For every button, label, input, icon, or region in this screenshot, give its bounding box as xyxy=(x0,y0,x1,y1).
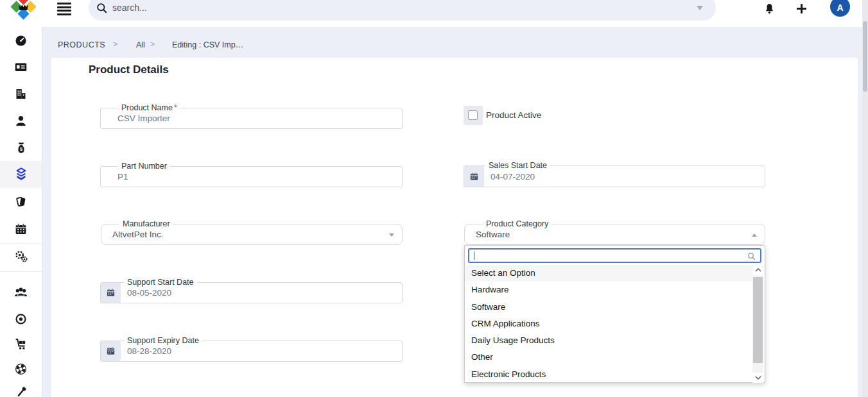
product-name-label: Product Name* xyxy=(118,103,180,113)
scroll-down-button[interactable] xyxy=(752,373,763,383)
product-category-value: Software xyxy=(476,230,510,239)
sidebar-item-targets[interactable] xyxy=(0,305,42,332)
global-search xyxy=(89,0,716,21)
breadcrumb-current: Editing : CSV Imp… xyxy=(172,40,243,49)
sales-start-date-label: Sales Start Date xyxy=(485,160,550,171)
category-option[interactable]: Hardware xyxy=(465,282,752,298)
bell-icon xyxy=(763,2,776,15)
sidebar-item-quotes[interactable]: $ xyxy=(0,134,42,161)
manufacturer-value: AltvetPet Inc. xyxy=(112,230,164,239)
money-bag-icon: $ xyxy=(15,141,28,155)
search-icon xyxy=(96,2,108,14)
wrench-icon xyxy=(14,386,28,397)
menu-toggle-icon[interactable] xyxy=(57,3,71,17)
calendar-icon xyxy=(14,223,28,236)
sidebar-divider xyxy=(0,271,42,272)
calendar-icon[interactable] xyxy=(464,166,484,187)
sidebar-item-groups[interactable] xyxy=(0,278,42,305)
category-option[interactable]: Other xyxy=(465,349,752,366)
sidebar: $ xyxy=(0,27,42,397)
support-expiry-date-field: Support Expiry Date xyxy=(100,341,403,362)
text-cursor xyxy=(474,251,474,260)
gears-icon xyxy=(14,249,28,264)
category-option[interactable]: Daily Usage Products xyxy=(465,332,752,349)
chevron-up-icon xyxy=(752,233,757,237)
product-category-select[interactable]: Product Category Software xyxy=(464,224,765,245)
product-active-checkbox[interactable] xyxy=(468,110,478,120)
part-number-field: Part Number xyxy=(100,166,403,187)
scroll-up-button[interactable] xyxy=(752,265,763,275)
page-scrollbar-thumb[interactable] xyxy=(863,21,867,92)
manufacturer-label: Manufacturer xyxy=(119,219,173,229)
required-asterisk: * xyxy=(174,103,177,112)
calendar-icon[interactable] xyxy=(101,283,121,303)
search-scope-caret-icon[interactable] xyxy=(697,6,703,10)
page-title: Product Details xyxy=(89,63,169,76)
dashboard-icon xyxy=(14,34,28,47)
category-option[interactable]: Select an Option xyxy=(465,265,752,282)
sidebar-item-help[interactable] xyxy=(0,355,42,382)
sales-start-date-field: Sales Start Date xyxy=(464,165,765,187)
quick-add-button[interactable] xyxy=(794,1,808,15)
tickets-icon xyxy=(14,195,28,208)
category-options-list: Select an OptionHardwareSoftwareCRM Appl… xyxy=(465,265,752,383)
page-scrollbar xyxy=(862,0,868,397)
topbar: A xyxy=(0,0,868,27)
dropdown-scrollbar xyxy=(752,265,763,383)
product-category-label: Product Category xyxy=(483,219,551,229)
sidebar-item-activities[interactable] xyxy=(0,215,42,242)
sidebar-item-cart[interactable] xyxy=(0,330,42,357)
breadcrumb-all[interactable]: All xyxy=(136,40,145,49)
trolley-icon xyxy=(14,337,28,351)
category-option[interactable]: Software xyxy=(465,299,752,316)
category-search-box xyxy=(468,248,761,263)
calendar-icon[interactable] xyxy=(101,341,121,361)
product-active-label: Product Active xyxy=(486,110,541,120)
breadcrumb-products[interactable]: PRODUCTS xyxy=(58,40,105,49)
sidebar-item-mail[interactable] xyxy=(0,188,42,215)
search-input[interactable] xyxy=(112,3,626,13)
support-start-date-field: Support Start Date xyxy=(100,282,403,303)
category-option[interactable]: CRM Applications xyxy=(465,316,752,332)
product-name-field: Product Name* xyxy=(100,108,403,129)
person-icon xyxy=(14,114,28,128)
search-icon xyxy=(747,251,756,261)
category-dropdown-panel: Select an OptionHardwareSoftwareCRM Appl… xyxy=(464,245,765,383)
breadcrumb-chevron-icon: > xyxy=(113,40,117,49)
app-logo[interactable] xyxy=(10,0,36,20)
plus-icon xyxy=(796,3,807,14)
sidebar-item-products[interactable] xyxy=(0,161,42,188)
support-start-date-label: Support Start Date xyxy=(124,277,197,287)
id-card-icon xyxy=(14,60,28,74)
category-option[interactable]: Electronic Products xyxy=(465,366,752,383)
breadcrumb-chevron-icon: > xyxy=(150,40,155,49)
target-icon xyxy=(14,312,28,326)
sidebar-item-contacts[interactable] xyxy=(0,107,42,134)
notifications-button[interactable] xyxy=(762,1,776,15)
product-box-icon xyxy=(14,167,28,182)
sidebar-item-tools[interactable] xyxy=(0,379,42,397)
part-number-label: Part Number xyxy=(118,161,170,171)
scrollbar-thumb[interactable] xyxy=(753,277,763,363)
sidebar-item-dashboard[interactable] xyxy=(0,27,42,54)
building-icon xyxy=(14,87,28,101)
category-search-input[interactable] xyxy=(469,249,760,262)
sidebar-item-leads[interactable] xyxy=(0,53,42,80)
chevron-down-icon xyxy=(389,233,394,237)
sidebar-item-settings[interactable] xyxy=(0,243,42,270)
manufacturer-select[interactable]: Manufacturer AltvetPet Inc. xyxy=(101,224,403,245)
product-active-checkbox-bg xyxy=(464,106,483,125)
people-group-icon xyxy=(13,285,28,299)
sidebar-item-organizations[interactable] xyxy=(0,80,42,107)
user-avatar[interactable]: A xyxy=(830,0,850,17)
app-window: A xyxy=(0,0,868,397)
support-expiry-date-label: Support Expiry Date xyxy=(124,335,202,346)
lifebuoy-icon xyxy=(14,362,28,376)
